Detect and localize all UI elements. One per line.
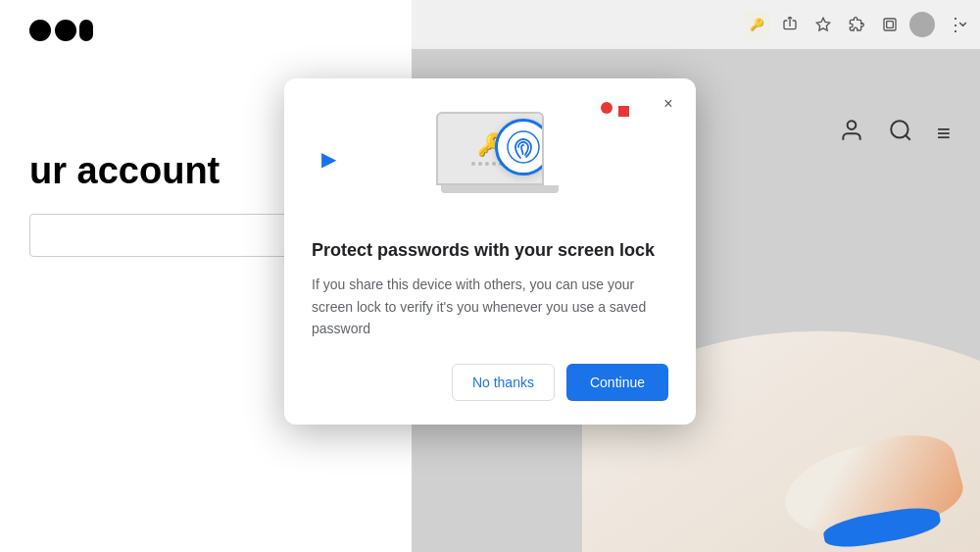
play-icon: ▶ <box>321 147 336 171</box>
laptop-illustration: 🔑 <box>436 112 564 210</box>
fingerprint-badge <box>495 119 544 176</box>
dialog-actions: No thanks Continue <box>312 364 668 401</box>
dialog-illustration: ▶ 🔑 <box>312 102 668 220</box>
dialog-body: If you share this device with others, yo… <box>312 274 668 339</box>
red-notification-dot <box>618 106 629 117</box>
continue-button[interactable]: Continue <box>566 364 668 401</box>
svg-point-7 <box>508 131 539 163</box>
no-thanks-button[interactable]: No thanks <box>452 364 555 401</box>
dialog-overlay: × ▶ 🔑 <box>0 0 980 552</box>
laptop-base <box>441 185 559 193</box>
laptop-screen: 🔑 <box>436 112 544 185</box>
password-dialog: × ▶ 🔑 <box>284 78 696 425</box>
notification-dot <box>601 102 612 114</box>
dialog-title: Protect passwords with your screen lock <box>312 239 668 262</box>
